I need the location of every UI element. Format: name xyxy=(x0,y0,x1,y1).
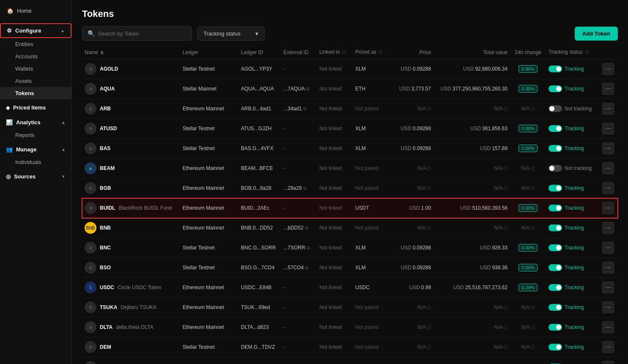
token-total-value: USD381,856.63 xyxy=(433,119,510,139)
copy-icon[interactable]: ⧉ xyxy=(303,186,307,191)
more-options-button[interactable]: ⋯ xyxy=(602,361,614,364)
token-price: N/Aⓘ xyxy=(389,357,433,364)
token-symbol: BUIDL xyxy=(100,205,115,211)
more-options-button[interactable]: ⋯ xyxy=(602,162,614,174)
token-actions: ⋯ xyxy=(600,238,618,258)
col-header-ledger-id: Ledger ID xyxy=(239,46,281,59)
token-actions: ⋯ xyxy=(600,218,618,238)
token-linked-to: Not linked xyxy=(317,258,353,278)
token-total-value: USD157.89 xyxy=(433,139,510,159)
token-logo: S xyxy=(85,282,96,293)
sidebar-item-entities[interactable]: Entities xyxy=(0,38,71,50)
copy-icon[interactable]: ⧉ xyxy=(307,245,310,250)
more-options-button[interactable]: ⋯ xyxy=(602,202,614,214)
more-options-button[interactable]: ⋯ xyxy=(602,301,614,313)
more-options-button[interactable]: ⋯ xyxy=(602,222,614,234)
token-ledger: Ethereum Mainnet xyxy=(180,198,239,218)
tracking-toggle[interactable] xyxy=(548,344,562,350)
copy-icon[interactable]: ⧉ xyxy=(305,265,308,270)
token-name-cell: ⚙ DLP xyxy=(82,357,180,364)
tracking-toggle[interactable] xyxy=(548,165,562,172)
analytics-header[interactable]: 📊 Analytics ▲ xyxy=(0,116,71,129)
more-options-button[interactable]: ⋯ xyxy=(602,242,614,254)
tracking-toggle[interactable] xyxy=(548,264,562,271)
more-options-button[interactable]: ⋯ xyxy=(602,282,614,293)
sidebar-home[interactable]: 🏠 Home xyxy=(0,0,71,22)
tracking-toggle[interactable] xyxy=(548,145,562,152)
sources-chevron: ▼ xyxy=(61,174,66,179)
sidebar-item-assets[interactable]: Assets xyxy=(0,75,71,87)
token-priced-as: XLM xyxy=(353,119,389,139)
configure-section-header[interactable]: ⚙ Configure ▲ xyxy=(0,23,71,38)
sidebar-section-analytics: 📊 Analytics ▲ Reports xyxy=(0,116,71,141)
tracking-toggle[interactable] xyxy=(548,125,562,132)
search-box: 🔍 xyxy=(82,26,192,41)
sidebar-item-wallets[interactable]: Wallets xyxy=(0,63,71,75)
sidebar-section-sources: ◎ Sources ▼ xyxy=(0,170,71,183)
token-logo: ⚙ xyxy=(85,361,96,364)
search-input[interactable] xyxy=(98,30,186,37)
sidebar-item-reports[interactable]: Reports xyxy=(0,129,71,141)
add-token-button[interactable]: Add Token xyxy=(575,27,618,41)
more-options-button[interactable]: ⋯ xyxy=(602,142,614,154)
manage-header[interactable]: 👥 Manage ▲ xyxy=(0,143,71,156)
token-priced-as: USDT xyxy=(353,198,389,218)
more-options-button[interactable]: ⋯ xyxy=(602,321,614,333)
token-total-value: USD377,250,860,755,260.30 xyxy=(433,79,510,99)
token-ledger: Ethereum Mainnet xyxy=(180,159,239,178)
tracking-toggle[interactable] xyxy=(548,185,562,192)
token-priced-as: Not paired xyxy=(353,178,389,198)
more-options-button[interactable]: ⋯ xyxy=(602,262,614,274)
search-icon: 🔍 xyxy=(88,30,95,37)
token-ledger: Ethereum Sepolia xyxy=(180,357,239,364)
token-logo: ⚙ xyxy=(85,63,96,75)
more-options-button[interactable]: ⋯ xyxy=(602,123,614,134)
token-logo: ⚙ xyxy=(85,83,96,95)
token-logo: BNB xyxy=(85,222,96,234)
tracking-toggle[interactable] xyxy=(548,205,562,211)
tracking-status-dropdown[interactable]: Tracking status ▾ xyxy=(197,27,265,41)
token-24h-change: 0.00% xyxy=(510,198,546,218)
col-header-total-value: Total value xyxy=(433,46,510,59)
copy-icon[interactable]: ⧉ xyxy=(306,86,310,91)
token-actions: ⋯ xyxy=(600,278,618,298)
sidebar-item-accounts[interactable]: Accounts xyxy=(0,50,71,63)
table-row: ⚙ BNC Stellar Testnet BNC.G...SORR ...7S… xyxy=(82,238,618,258)
priced-items-icon: ◈ xyxy=(6,105,10,111)
more-options-button[interactable]: ⋯ xyxy=(602,103,614,115)
token-tracking-status: Tracking xyxy=(546,258,600,278)
table-row: ⚙ DLTA delta.theta DLTA Ethereum Mainnet… xyxy=(82,317,618,337)
token-price: USD0.09288 xyxy=(389,258,433,278)
sources-header[interactable]: ◎ Sources ▼ xyxy=(0,170,71,183)
more-options-button[interactable]: ⋯ xyxy=(602,341,614,353)
token-24h-change: 0.00% xyxy=(510,79,546,99)
tracking-toggle[interactable] xyxy=(548,66,562,72)
sidebar-item-individuals[interactable]: Individuals xyxy=(0,156,71,168)
more-options-button[interactable]: ⋯ xyxy=(602,63,614,75)
tracking-toggle[interactable] xyxy=(548,224,562,231)
col-header-ledger: Ledger xyxy=(180,46,239,59)
token-full-name: BlackRock BUIDL Fund xyxy=(119,205,172,211)
col-header-linked-to: Linked to ⓘ xyxy=(317,46,353,59)
token-actions: ⋯ xyxy=(600,99,618,119)
token-ledger-id: BGB.0...8a28 xyxy=(239,178,281,198)
col-header-priced-as: Priced as ⓘ xyxy=(353,46,389,59)
tracking-toggle[interactable] xyxy=(548,304,562,311)
sidebar-item-tokens[interactable]: Tokens xyxy=(0,87,71,99)
tracking-toggle[interactable] xyxy=(548,85,562,92)
copy-icon[interactable]: ⧉ xyxy=(305,225,308,230)
tracking-toggle[interactable] xyxy=(548,324,562,331)
more-options-button[interactable]: ⋯ xyxy=(602,83,614,95)
priced-items-label: Priced Items xyxy=(13,104,46,111)
tracking-toggle[interactable] xyxy=(548,105,562,112)
token-linked-to: Not linked xyxy=(317,198,353,218)
token-symbol: USDC xyxy=(100,285,114,290)
tracking-toggle[interactable] xyxy=(548,244,562,251)
copy-icon[interactable]: ⧉ xyxy=(303,106,307,111)
priced-items-header[interactable]: ◈ Priced Items xyxy=(0,101,71,114)
more-options-button[interactable]: ⋯ xyxy=(602,182,614,194)
tracking-toggle[interactable] xyxy=(548,284,562,291)
token-linked-to: Not linked xyxy=(317,218,353,238)
col-header-24h-change: 24h change xyxy=(510,46,546,59)
token-name-cell: ⚙ ATUSD xyxy=(82,119,180,139)
